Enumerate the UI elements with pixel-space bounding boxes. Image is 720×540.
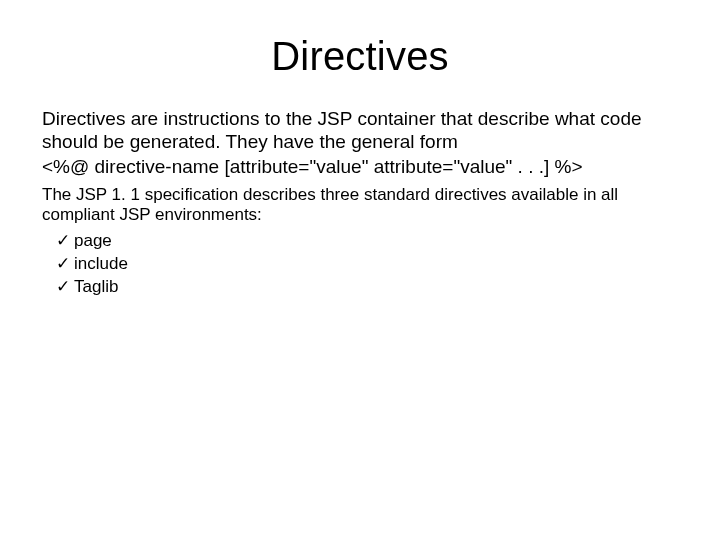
check-icon: ✓ [56, 253, 70, 276]
list-item-label: include [74, 254, 128, 273]
spec-paragraph: The JSP 1. 1 specification describes thr… [42, 185, 678, 226]
intro-paragraph: Directives are instructions to the JSP c… [42, 107, 678, 153]
list-item: ✓ Taglib [56, 276, 678, 299]
check-icon: ✓ [56, 276, 70, 299]
list-item: ✓ page [56, 230, 678, 253]
list-item-label: page [74, 231, 112, 250]
list-item: ✓ include [56, 253, 678, 276]
list-item-label: Taglib [74, 277, 118, 296]
directive-syntax: <%@ directive-name [attribute="value" at… [42, 155, 678, 178]
slide: Directives Directives are instructions t… [0, 0, 720, 540]
check-icon: ✓ [56, 230, 70, 253]
slide-title: Directives [42, 34, 678, 79]
directive-list: ✓ page ✓ include ✓ Taglib [42, 230, 678, 299]
